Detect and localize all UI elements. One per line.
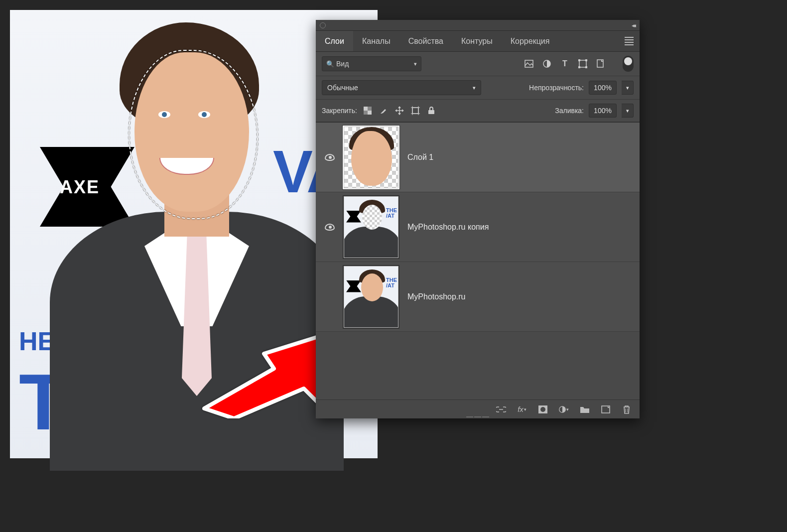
filter-image-icon[interactable]: [524, 59, 534, 69]
layer-name[interactable]: Слой 1: [407, 153, 433, 162]
svg-point-20: [540, 407, 545, 412]
layer-name[interactable]: MyPhotoshop.ru: [407, 292, 466, 301]
layer-row[interactable]: THE/AT MyPhotoshop.ru: [316, 262, 640, 332]
tab-adjustments[interactable]: Коррекция: [502, 31, 559, 51]
blend-mode-select[interactable]: Обычные ▾: [322, 80, 481, 95]
tab-channels[interactable]: Каналы: [353, 31, 399, 51]
lock-brush-icon[interactable]: [378, 105, 389, 116]
layer-kind-select[interactable]: 🔍 Вид ▾: [322, 56, 421, 71]
layer-kind-label: Вид: [336, 60, 349, 68]
layer-name[interactable]: MyPhotoshop.ru копия: [407, 223, 489, 232]
svg-rect-10: [368, 111, 372, 115]
opacity-chevron-icon[interactable]: ▾: [622, 81, 634, 95]
lock-position-icon[interactable]: [394, 105, 405, 116]
filter-smartobject-icon[interactable]: [596, 59, 606, 69]
layer-row[interactable]: Слой 1: [316, 123, 640, 192]
tab-properties[interactable]: Свойства: [399, 31, 452, 51]
tab-layers[interactable]: Слои: [316, 31, 353, 51]
lock-label: Закрепить:: [322, 107, 357, 115]
svg-rect-2: [579, 60, 586, 67]
svg-rect-13: [412, 108, 418, 114]
visibility-eye-icon[interactable]: [325, 154, 335, 161]
lock-artboard-icon[interactable]: [410, 105, 421, 116]
layers-panel: ◂◂ Слои Каналы Свойства Контуры Коррекци…: [316, 20, 640, 418]
svg-rect-3: [578, 59, 580, 61]
delete-layer-icon[interactable]: [622, 404, 632, 414]
new-group-icon[interactable]: [580, 404, 590, 414]
blend-opacity-row: Обычные ▾ Непрозрачность: 100% ▾: [316, 76, 640, 100]
svg-rect-18: [428, 110, 434, 114]
svg-rect-12: [364, 111, 368, 115]
chevron-down-icon: ▾: [473, 85, 476, 91]
layer-thumbnail[interactable]: [344, 127, 398, 188]
link-layers-icon[interactable]: [496, 404, 506, 414]
panel-close-icon[interactable]: [320, 22, 326, 28]
layer-thumbnail[interactable]: THE/AT: [344, 196, 398, 258]
fill-value[interactable]: 100%: [589, 104, 617, 118]
panel-menu-icon[interactable]: [625, 37, 634, 45]
new-layer-icon[interactable]: [601, 404, 611, 414]
panel-resize-grip[interactable]: [466, 416, 489, 419]
lock-fill-row: Закрепить: Заливка: 100% ▾: [316, 100, 640, 122]
panel-collapse-icon[interactable]: ◂◂: [632, 22, 635, 29]
layer-thumbnail[interactable]: THE/AT: [344, 266, 398, 328]
opacity-label: Непрозрачность:: [529, 84, 584, 92]
filter-adjustment-icon[interactable]: [542, 59, 552, 69]
filter-type-icon[interactable]: T: [560, 59, 570, 69]
lock-pixels-icon[interactable]: [362, 105, 373, 116]
panel-header[interactable]: ◂◂: [316, 20, 640, 31]
svg-rect-11: [368, 107, 372, 111]
add-mask-icon[interactable]: [538, 404, 548, 414]
panel-tabs: Слои Каналы Свойства Контуры Коррекция: [316, 31, 640, 52]
svg-rect-6: [585, 66, 587, 68]
layer-fx-icon[interactable]: fx▾: [517, 404, 527, 414]
svg-rect-5: [578, 66, 580, 68]
filter-toggle[interactable]: [623, 56, 634, 72]
blend-mode-label: Обычные: [327, 84, 358, 92]
chevron-down-icon: ▾: [414, 61, 417, 67]
panel-footer: fx▾ ▾: [316, 399, 640, 418]
lock-all-icon[interactable]: [426, 105, 437, 116]
opacity-value[interactable]: 100%: [589, 81, 617, 95]
search-icon: 🔍: [326, 60, 334, 68]
visibility-eye-icon[interactable]: [325, 224, 335, 231]
fill-label: Заливка:: [555, 107, 584, 115]
tab-paths[interactable]: Контуры: [452, 31, 502, 51]
new-adjustment-layer-icon[interactable]: ▾: [559, 404, 569, 414]
layer-filter-row: 🔍 Вид ▾ T: [316, 52, 640, 76]
fill-chevron-icon[interactable]: ▾: [622, 104, 634, 118]
svg-rect-4: [585, 59, 587, 61]
svg-rect-9: [364, 107, 368, 111]
layer-row[interactable]: THE/AT MyPhotoshop.ru копия: [316, 192, 640, 262]
filter-shape-icon[interactable]: [578, 59, 588, 69]
